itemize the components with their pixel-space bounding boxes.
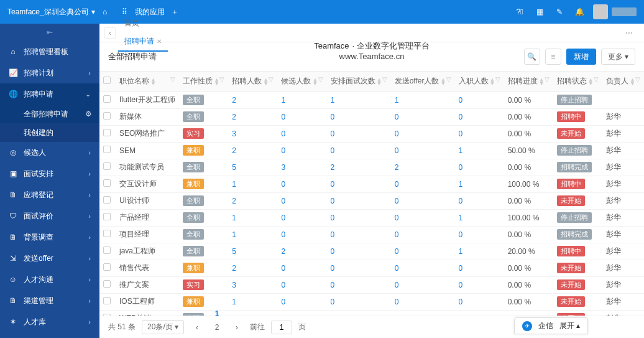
table-row[interactable]: SEO网络推广实习300000.00 %未开始彭华 — [99, 125, 644, 142]
sidebar-item-2[interactable]: 🌐招聘申请⌄ — [0, 83, 99, 105]
filter-icon[interactable]: ▽ — [382, 76, 387, 83]
table-row[interactable]: flutter开发工程师全职211100.00 %停止招聘 — [99, 92, 644, 108]
sidebar-item-11[interactable]: ✶人才库› — [0, 311, 99, 332]
row-checkbox[interactable] — [103, 246, 111, 254]
table-row[interactable]: java工程师全职5200120.00 %招聘中彭华 — [99, 243, 644, 260]
sidebar-subitem-1[interactable]: 我创建的 — [0, 123, 99, 142]
table-scroll[interactable]: 职位名称▲▼▽工作性质▲▼▽招聘人数▲▼▽候选人数▲▼▽安排面试次数▲▼▽发送o… — [99, 71, 644, 316]
sort-icon[interactable]: ▲▼ — [312, 78, 318, 85]
sort-icon[interactable]: ▲▼ — [539, 78, 545, 85]
table-row[interactable]: UI设计师全职200000.00 %未开始彭华 — [99, 192, 644, 209]
list-view-icon[interactable]: ≡ — [545, 49, 561, 65]
filter-icon[interactable]: ▽ — [635, 76, 640, 83]
chat-expand[interactable]: 展开 ▴ — [559, 321, 580, 331]
filter-icon[interactable]: ▽ — [170, 76, 175, 83]
col-header-7[interactable]: 入职人数▲▼▽ — [455, 72, 504, 92]
sidebar-item-10[interactable]: 🗎渠道管理› — [0, 290, 99, 311]
sort-icon[interactable]: ▲▼ — [630, 78, 635, 85]
sidebar-collapse[interactable]: ⇤ — [0, 24, 99, 41]
row-checkbox[interactable] — [103, 146, 111, 153]
sort-icon[interactable]: ▲▼ — [440, 78, 446, 85]
col-header-8[interactable]: 招聘进度▲▼▽ — [504, 72, 553, 92]
pager-page-1[interactable]: 1 — [210, 307, 224, 321]
table-row[interactable]: WEB前端全职2000150.00 %未开始彭华 — [99, 310, 644, 316]
row-checkbox[interactable] — [103, 263, 111, 271]
home-icon[interactable]: ⌂ — [95, 2, 115, 22]
sidebar-item-1[interactable]: 📈招聘计划› — [0, 62, 99, 83]
chat-widget[interactable]: ✈ 企信 展开 ▴ — [514, 317, 588, 334]
row-checkbox[interactable] — [103, 112, 111, 120]
col-header-6[interactable]: 发送offer人数▲▼▽ — [391, 72, 455, 92]
gear-icon: ⚙ — [85, 110, 92, 118]
search-icon[interactable]: 🔍 — [524, 49, 540, 65]
tab-0[interactable]: 首页 — [118, 14, 168, 33]
sidebar-item-9[interactable]: ☺人才沟通› — [0, 269, 99, 290]
sort-icon[interactable]: ▲▼ — [214, 78, 219, 85]
tabs-more-icon[interactable]: ⋯ — [620, 29, 639, 37]
sidebar-item-0[interactable]: ⌂招聘管理看板 — [0, 41, 99, 62]
sidebar-item-8[interactable]: ⇲发送offer› — [0, 248, 99, 269]
table-row[interactable]: 项目经理全职100000.00 %招聘完成彭华 — [99, 226, 644, 243]
row-checkbox[interactable] — [103, 230, 111, 237]
col-header-1[interactable]: 职位名称▲▼▽ — [116, 72, 179, 92]
more-button[interactable]: 更多 ▾ — [601, 49, 635, 65]
row-checkbox[interactable] — [103, 297, 111, 304]
col-header-10[interactable]: 负责人▲▼▽ — [602, 72, 644, 92]
pager-page-3[interactable]: 3 — [210, 334, 224, 339]
col-header-3[interactable]: 招聘人数▲▼▽ — [228, 72, 277, 92]
calendar-icon[interactable]: ▦ — [530, 2, 550, 22]
row-checkbox[interactable] — [103, 196, 111, 204]
table-row[interactable]: 产品经理全职10001100.00 %停止招聘彭华 — [99, 209, 644, 226]
table-row[interactable]: 推广文案实习300000.00 %未开始彭华 — [99, 276, 644, 293]
filter-icon[interactable]: ▽ — [269, 76, 274, 83]
pager-next[interactable]: › — [230, 321, 244, 334]
col-header-2[interactable]: 工作性质▲▼▽ — [179, 72, 228, 92]
filter-icon[interactable]: ▽ — [545, 76, 550, 83]
col-header-0[interactable] — [99, 72, 116, 92]
company-selector[interactable]: Teamface_深圳企典公司 ▾ — [7, 7, 95, 17]
sidebar-item-6[interactable]: 🛡面试评价› — [0, 205, 99, 227]
filter-icon[interactable]: ▽ — [594, 76, 599, 83]
sort-icon[interactable]: ▲▼ — [150, 78, 156, 85]
tab-prev-icon[interactable]: ‹ — [104, 27, 116, 39]
table-row[interactable]: 新媒体全职200000.00 %招聘中彭华 — [99, 108, 644, 125]
sort-icon[interactable]: ▲▼ — [588, 78, 594, 85]
checkbox-all[interactable] — [103, 77, 111, 84]
sidebar-item-4[interactable]: ▣面试安排› — [0, 163, 99, 184]
row-checkbox[interactable] — [103, 179, 111, 187]
edit-icon[interactable]: ✎ — [550, 2, 569, 22]
row-checkbox[interactable] — [103, 280, 111, 288]
help-icon[interactable]: ?⃝ — [510, 2, 530, 22]
table-row[interactable]: IOS工程师兼职100000.00 %未开始彭华 — [99, 293, 644, 310]
pager-page-2[interactable]: 2 — [210, 321, 224, 334]
sidebar-subitem-0[interactable]: 全部招聘申请⚙ — [0, 105, 99, 123]
col-header-5[interactable]: 安排面试次数▲▼▽ — [327, 72, 391, 92]
pagesize-select[interactable]: 20条/页 ▾ — [142, 320, 184, 334]
sidebar-item-7[interactable]: 🗎背景调查› — [0, 227, 99, 248]
row-checkbox[interactable] — [103, 162, 111, 170]
row-checkbox[interactable] — [103, 95, 111, 103]
avatar[interactable] — [593, 4, 608, 19]
table-row[interactable]: 交互设计师兼职10001100.00 %招聘中彭华 — [99, 176, 644, 192]
filter-icon[interactable]: ▽ — [318, 76, 323, 83]
filter-icon[interactable]: ▽ — [219, 76, 224, 83]
cell-num: 0 — [391, 243, 455, 260]
sort-icon[interactable]: ▲▼ — [490, 78, 495, 85]
pager-goto-input[interactable] — [271, 321, 292, 334]
bell-icon[interactable]: 🔔 — [569, 2, 589, 22]
sort-icon[interactable]: ▲▼ — [377, 78, 382, 85]
filter-icon[interactable]: ▽ — [446, 76, 451, 83]
pager-prev[interactable]: ‹ — [190, 321, 204, 334]
col-header-9[interactable]: 招聘状态▲▼▽ — [553, 72, 602, 92]
filter-icon[interactable]: ▽ — [495, 76, 500, 83]
table-row[interactable]: SEM兼职2000150.00 %停止招聘彭华 — [99, 142, 644, 159]
row-checkbox[interactable] — [103, 129, 111, 136]
table-row[interactable]: 功能测试专员全职532200.00 %招聘完成彭华 — [99, 159, 644, 176]
new-button[interactable]: 新增 — [566, 49, 596, 65]
col-header-4[interactable]: 候选人数▲▼▽ — [277, 72, 326, 92]
table-row[interactable]: 销售代表兼职200000.00 %未开始彭华 — [99, 260, 644, 276]
row-checkbox[interactable] — [103, 213, 111, 220]
sidebar-item-5[interactable]: 🗎应聘登记› — [0, 184, 99, 205]
sort-icon[interactable]: ▲▼ — [263, 78, 269, 85]
sidebar-item-3[interactable]: ◎候选人› — [0, 142, 99, 163]
